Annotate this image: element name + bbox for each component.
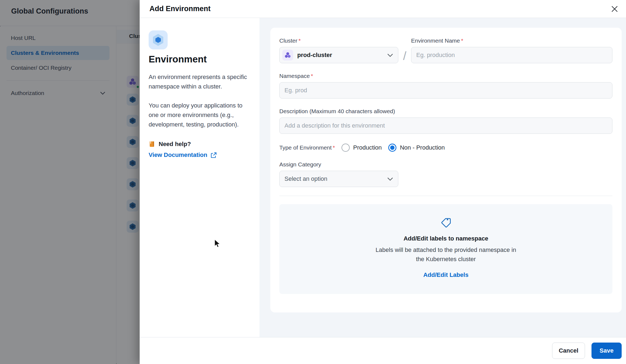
chevron-down-icon <box>387 53 393 57</box>
assign-category-value: Select an option <box>282 175 387 182</box>
form-panel: Cluster* prod-clust <box>259 18 626 337</box>
assign-category-label: Assign Category <box>279 161 612 168</box>
radio-production[interactable]: Production <box>342 144 382 152</box>
form-divider <box>279 196 612 196</box>
description-label: Description (Maximum 40 characters allow… <box>279 108 612 115</box>
modal-title: Add Environment <box>149 5 610 13</box>
close-icon <box>611 5 618 13</box>
environment-name-input[interactable] <box>411 47 612 63</box>
cluster-env-separator: / <box>398 37 411 63</box>
description-input[interactable] <box>279 118 612 134</box>
view-documentation-label: View Documentation <box>149 151 207 159</box>
assign-category-field: Assign Category Select an option <box>279 161 612 187</box>
view-documentation-link[interactable]: View Documentation <box>149 151 249 159</box>
environment-icon-tile <box>149 30 168 49</box>
cluster-environment-row: Cluster* prod-clust <box>279 37 612 63</box>
required-asterisk: * <box>299 37 301 44</box>
type-of-environment-label: Type of Environment* <box>279 144 335 151</box>
cluster-select[interactable]: prod-cluster <box>279 47 398 63</box>
radio-non-production[interactable]: Non - Production <box>388 144 445 152</box>
radio-non-production-label: Non - Production <box>400 144 445 151</box>
cluster-select-value: prod-cluster <box>297 52 387 59</box>
add-edit-labels-link[interactable]: Add/Edit Labels <box>423 271 468 278</box>
info-description-1: An environment represents a specific nam… <box>149 72 247 91</box>
need-help-label: Need help? <box>159 141 191 148</box>
environment-form-card: Cluster* prod-clust <box>270 28 622 312</box>
chevron-down-icon <box>387 177 393 181</box>
labels-box-description: Labels will be attached to the provided … <box>375 245 517 264</box>
screen: Global Configurations Host URL Clusters … <box>0 0 626 364</box>
required-asterisk: * <box>333 144 335 151</box>
environment-icon <box>151 33 165 47</box>
save-button[interactable]: Save <box>591 343 622 359</box>
modal-header: Add Environment <box>140 0 626 18</box>
info-panel-title: Environment <box>149 54 249 65</box>
external-link-icon <box>211 152 217 158</box>
namespace-field: Namespace* <box>279 73 612 99</box>
cluster-icon <box>282 50 293 61</box>
labels-box-title: Add/Edit labels to namespace <box>403 235 488 242</box>
radio-circle-unchecked <box>342 144 350 152</box>
cluster-label: Cluster* <box>279 37 398 44</box>
assign-category-select[interactable]: Select an option <box>279 171 398 187</box>
modal-body: Environment An environment represents a … <box>140 18 626 337</box>
description-field: Description (Maximum 40 characters allow… <box>279 108 612 134</box>
namespace-labels-box: Add/Edit labels to namespace Labels will… <box>279 204 612 294</box>
book-icon <box>149 141 156 148</box>
radio-production-label: Production <box>353 144 382 151</box>
radio-circle-checked <box>388 144 396 152</box>
cancel-button[interactable]: Cancel <box>552 343 585 359</box>
required-asterisk: * <box>461 37 463 44</box>
add-environment-modal: Add Environment Environment An environ <box>140 0 626 364</box>
tag-icon <box>440 216 452 229</box>
namespace-label: Namespace* <box>279 73 612 79</box>
required-asterisk: * <box>311 73 313 79</box>
need-help-row: Need help? <box>149 141 249 148</box>
namespace-input[interactable] <box>279 82 612 99</box>
modal-footer: Cancel Save <box>140 337 626 364</box>
close-button[interactable] <box>610 4 619 14</box>
info-description-2: You can deploy your applications to one … <box>149 101 247 129</box>
environment-name-label: Environment Name* <box>411 37 612 44</box>
environment-info-panel: Environment An environment represents a … <box>140 18 259 337</box>
type-of-environment-row: Type of Environment* Production Non - Pr… <box>279 144 612 152</box>
